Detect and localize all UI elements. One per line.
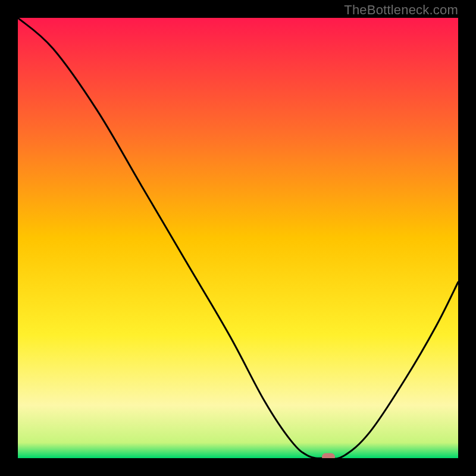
chart-frame: TheBottleneck.com: [0, 0, 476, 476]
plot-area: [18, 18, 458, 458]
bottleneck-curve: [18, 18, 458, 458]
optimal-point-marker: [322, 453, 335, 458]
watermark-text: TheBottleneck.com: [344, 2, 458, 18]
